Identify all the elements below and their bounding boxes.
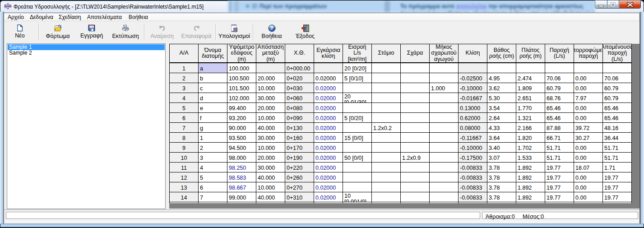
svg-text:?: ? [270, 25, 273, 31]
